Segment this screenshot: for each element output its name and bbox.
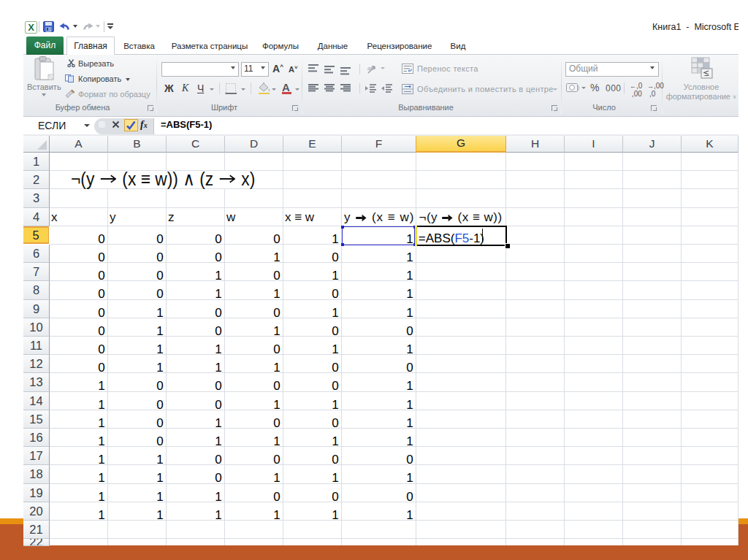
svg-text:ab: ab (367, 65, 374, 72)
